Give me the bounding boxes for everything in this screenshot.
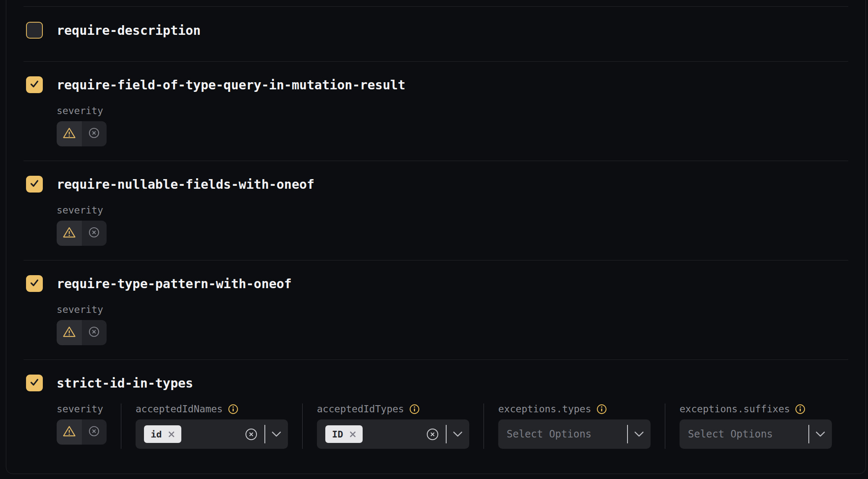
severity-warn-segment[interactable] [57,221,82,246]
option-column-exceptions-types: exceptions.types Select Options [498,404,651,449]
severity-control [57,221,107,246]
option-column-acceptedIdNames: acceptedIdNames id [136,404,288,449]
severity-label: severity [57,205,848,216]
rule-row: require-nullable-fields-with-oneof sever… [24,161,848,260]
rule-row: strict-id-in-types severity [24,360,848,463]
warning-triangle-icon [63,325,76,340]
rule-row: require-type-pattern-with-oneof severity [24,260,848,359]
column-separator [665,404,665,449]
rule-row: require-field-of-type-query-in-mutation-… [24,62,848,161]
info-icon[interactable] [409,404,420,414]
clear-circle-x-icon[interactable] [245,428,258,441]
dropdown-separator [808,425,809,443]
option-column-exceptions-suffixes: exceptions.suffixes Select Options [680,404,832,449]
option-column-acceptedIdTypes: acceptedIdTypes ID [317,404,469,449]
tag-value: ID [332,429,343,440]
rule-row: require-description [24,7,848,61]
multiselect-exceptions-types[interactable]: Select Options [498,419,651,449]
check-icon [29,277,40,290]
option-label: acceptedIdTypes [317,404,404,414]
severity-off-segment[interactable] [82,419,107,445]
severity-warn-segment[interactable] [57,320,82,345]
severity-off-segment[interactable] [82,121,107,146]
clear-circle-x-icon[interactable] [426,428,439,441]
severity-control [57,320,107,345]
info-icon[interactable] [596,404,607,414]
rule-checkbox[interactable] [26,275,43,292]
rule-name: require-nullable-fields-with-oneof [57,177,314,192]
info-icon[interactable] [795,404,805,414]
severity-control [57,121,107,146]
severity-column: severity [57,404,107,449]
chevron-down-icon[interactable] [272,431,281,437]
select-placeholder: Select Options [507,428,620,440]
dropdown-separator [264,425,265,443]
warning-triangle-icon [63,425,76,439]
rule-options-row: severity [57,404,848,449]
rule-name: require-type-pattern-with-oneof [57,276,292,291]
dropdown-separator [627,425,628,443]
rule-checkbox[interactable] [26,176,43,193]
option-label: exceptions.types [498,404,591,414]
check-icon [29,377,40,389]
rule-checkbox[interactable] [26,76,43,93]
severity-off-segment[interactable] [82,221,107,246]
column-separator [121,404,121,449]
circle-x-icon [88,127,100,141]
selected-tag: ID [325,425,363,443]
circle-x-icon [88,425,100,439]
severity-warn-segment[interactable] [57,419,82,445]
warning-triangle-icon [63,226,76,240]
selected-tag: id [144,425,181,443]
rule-name: require-field-of-type-query-in-mutation-… [57,78,405,92]
multiselect-acceptedIdNames[interactable]: id [136,419,288,449]
rule-checkbox[interactable] [26,375,43,391]
check-icon [29,178,40,190]
check-icon [29,78,40,91]
severity-label: severity [57,304,848,315]
dropdown-separator [446,425,447,443]
rule-checkbox[interactable] [26,22,43,39]
tag-value: id [151,429,162,440]
select-placeholder: Select Options [688,428,802,440]
circle-x-icon [88,226,100,240]
remove-tag-x-icon[interactable] [349,430,357,438]
chevron-down-icon[interactable] [453,431,463,437]
multiselect-exceptions-suffixes[interactable]: Select Options [680,419,832,449]
option-label: exceptions.suffixes [680,404,790,414]
column-separator [484,404,484,449]
severity-control [57,419,107,445]
rules-config-panel: require-description require-field-of-typ… [6,0,866,474]
remove-tag-x-icon[interactable] [167,430,175,438]
warning-triangle-icon [63,127,76,141]
severity-off-segment[interactable] [82,320,107,345]
chevron-down-icon[interactable] [634,431,644,437]
column-separator [302,404,303,449]
circle-x-icon [88,326,100,339]
rule-name: require-description [57,23,201,38]
severity-label: severity [57,404,107,414]
severity-label: severity [57,105,848,116]
multiselect-acceptedIdTypes[interactable]: ID [317,419,469,449]
info-icon[interactable] [228,404,238,414]
option-label: acceptedIdNames [136,404,223,414]
chevron-down-icon[interactable] [816,431,825,437]
rule-name: strict-id-in-types [57,376,193,390]
severity-warn-segment[interactable] [57,121,82,146]
